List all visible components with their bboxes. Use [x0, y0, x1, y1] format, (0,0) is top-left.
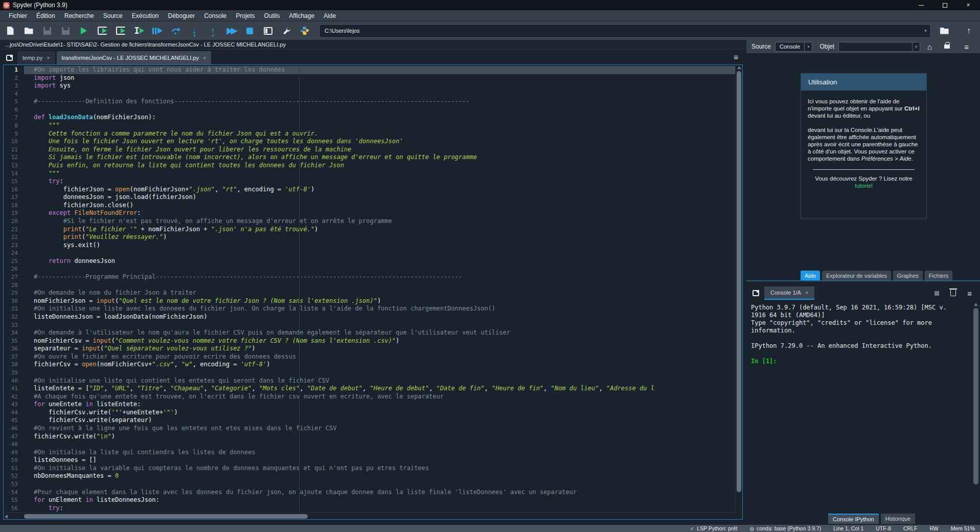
open-file-button[interactable] — [21, 24, 36, 38]
help-options-icon[interactable]: ≡ — [964, 42, 969, 51]
status-label: conda: base (Python 3.9.7) — [757, 525, 821, 531]
object-select-arrow-icon[interactable]: ▾ — [912, 42, 920, 51]
run-cell-button[interactable] — [95, 24, 109, 38]
code-line: 6 — [4, 106, 735, 114]
home-icon[interactable]: ⌂ — [927, 42, 932, 51]
code-line-content: """ — [24, 122, 735, 130]
close-tab-icon[interactable]: × — [203, 55, 206, 61]
remove-variables-icon[interactable] — [950, 290, 956, 296]
workdir-dropdown-arrow-icon[interactable]: ▾ — [921, 26, 929, 36]
code-line: 43for uneEntete in listeEntete: — [4, 401, 735, 409]
step-into-button[interactable]: ↓ — [187, 24, 201, 38]
console-panel-tab-historique[interactable]: Historique — [881, 514, 916, 524]
code-editor[interactable]: 1#On importe les librairies qui vont nou… — [3, 64, 743, 520]
menu-item-édition[interactable]: Édition — [32, 11, 60, 20]
minimize-button[interactable] — [909, 0, 933, 10]
console-options-icon[interactable]: ≡ — [967, 289, 972, 298]
maximize-button[interactable] — [933, 0, 956, 10]
menu-item-outils[interactable]: Outils — [260, 11, 285, 20]
editor-tab[interactable]: temp.py× — [17, 51, 55, 64]
tutorial-link[interactable]: tutoriel — [855, 183, 873, 189]
console-scrollbar[interactable] — [973, 303, 979, 503]
status-label: LSP Python: prêt — [697, 525, 737, 531]
code-line: 33 — [4, 321, 735, 329]
save-all-button[interactable] — [58, 24, 73, 38]
stop-debug-button[interactable] — [242, 24, 257, 38]
lock-icon[interactable] — [944, 45, 950, 49]
menu-item-déboguer[interactable]: Déboguer — [163, 11, 199, 20]
code-line: 31#On initialise une liste avec les donn… — [4, 305, 735, 313]
menu-item-source[interactable]: Source — [99, 11, 127, 20]
step-over-icon — [171, 27, 180, 35]
code-line-content: #On ouvre le fichier en ecriture pour po… — [24, 353, 735, 361]
console-scroll-thumb[interactable] — [973, 308, 978, 484]
menu-item-exécution[interactable]: Exécution — [127, 11, 164, 20]
usage-card-title: Utilisation — [801, 74, 926, 91]
source-select-arrow-icon[interactable]: ▾ — [804, 42, 812, 51]
menu-item-aide[interactable]: Aide — [319, 11, 340, 20]
scroll-left-arrow-icon[interactable] — [5, 515, 8, 519]
console-scroll-up-icon[interactable] — [974, 303, 978, 306]
editor-horizontal-scrollbar[interactable] — [4, 513, 735, 519]
continue-debug-button[interactable]: ▶▶ — [224, 24, 238, 38]
run-selection-button[interactable]: I — [132, 24, 146, 38]
step-over-button[interactable] — [169, 24, 183, 38]
menu-item-recherche[interactable]: Recherche — [60, 11, 99, 20]
console-banner-line: IPython 7.29.0 -- An enhanced Interactiv… — [751, 342, 970, 350]
line-number: 20 — [4, 217, 24, 226]
console-prompt[interactable]: In [1]: — [751, 358, 970, 365]
line-number: 40 — [4, 377, 24, 385]
interrupt-kernel-icon[interactable] — [935, 291, 939, 296]
horizontal-scroll-thumb[interactable] — [24, 514, 308, 519]
panel-tab-fichiers[interactable]: Fichiers — [925, 271, 953, 280]
save-button[interactable] — [40, 24, 54, 38]
line-number: 9 — [4, 130, 24, 138]
editor-options-icon[interactable]: ≡ — [734, 53, 738, 61]
status-label: CRLF — [903, 525, 917, 531]
code-line: 21 print("Le fichier '" + nomFichierJson… — [4, 226, 735, 234]
working-directory-input[interactable] — [321, 28, 921, 34]
panel-tab-graphes[interactable]: Graphes — [893, 271, 923, 280]
source-select[interactable]: Console ▾ — [775, 42, 812, 52]
console-browse-tabs-icon[interactable] — [753, 290, 759, 296]
run-button[interactable] — [77, 24, 91, 38]
console-panel-tab-console-ipython[interactable]: Console IPython — [828, 514, 879, 524]
close-tab-icon[interactable]: × — [47, 55, 50, 61]
code-line-content: Si jamais le fichier est introuvable (no… — [24, 153, 735, 162]
vertical-scroll-thumb[interactable] — [737, 71, 741, 492]
close-console-icon[interactable]: × — [805, 290, 808, 296]
console-banner-line: 1916 64 bit (AMD64)] — [751, 312, 970, 319]
panel-tab-explorateur-de-variables[interactable]: Explorateur de variables — [822, 271, 891, 280]
console-output[interactable]: Python 3.9.7 (default, Sep 16 2021, 16:5… — [751, 304, 970, 365]
new-file-button[interactable] — [3, 24, 17, 38]
editor-tab[interactable]: transformerJsonCsv - LE JOSSEC MICHELANG… — [57, 51, 212, 64]
maximize-pane-button[interactable] — [261, 24, 275, 38]
debug-button[interactable] — [150, 24, 165, 38]
line-number: 47 — [4, 433, 24, 441]
code-line: 23 sys.exit() — [4, 241, 735, 250]
code-line-content: fichierJson.close() — [24, 202, 735, 210]
editor-vertical-scrollbar[interactable] — [735, 65, 742, 513]
code-line: 44 fichierCsv.write('"'+uneEntete+'"') — [4, 409, 735, 417]
menu-item-fichier[interactable]: Fichier — [4, 11, 32, 20]
panel-tab-aide[interactable]: Aide — [801, 271, 820, 280]
code-line-content: separateur = input("Quel séparateur voul… — [24, 345, 735, 353]
browse-tabs-icon[interactable] — [6, 55, 13, 61]
run-cell-advance-button[interactable] — [113, 24, 128, 38]
python-env-button[interactable] — [298, 24, 312, 38]
console-tab[interactable]: Console 1/A × — [764, 286, 814, 300]
menu-item-console[interactable]: Console — [199, 11, 231, 20]
editor-tabbar: temp.py×transformerJsonCsv - LE JOSSEC M… — [0, 50, 745, 64]
code-line: 8 """ — [4, 122, 735, 130]
close-button[interactable]: × — [956, 0, 980, 10]
code-line-content: #A chaque fois qu'une entete est trouvee… — [24, 393, 735, 401]
object-select[interactable]: ▾ — [838, 42, 920, 52]
menu-item-affichage[interactable]: Affichage — [284, 11, 319, 20]
browse-directory-button[interactable] — [937, 24, 951, 38]
preferences-button[interactable] — [279, 24, 293, 38]
code-line: 35nomFichierCsv = input("Comment voulez-… — [4, 337, 735, 345]
parent-directory-button[interactable]: ↑ — [962, 24, 976, 38]
scroll-up-arrow-icon[interactable] — [737, 66, 741, 69]
menu-item-projets[interactable]: Projets — [231, 11, 259, 20]
step-out-button[interactable]: ↑ — [206, 24, 220, 38]
